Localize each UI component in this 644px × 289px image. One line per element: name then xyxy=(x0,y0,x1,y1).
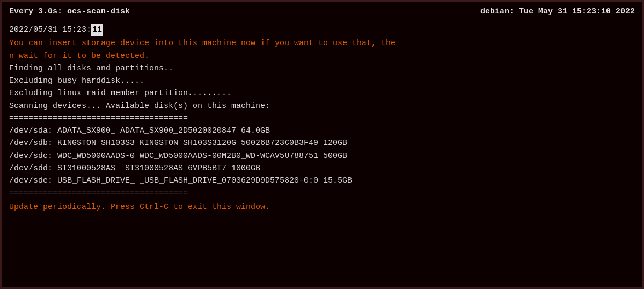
device-sdb: /dev/sdb: KINGSTON_SH103S3 KINGSTON_SH10… xyxy=(9,137,635,149)
timestamp-cursor: 11 xyxy=(91,24,103,36)
header-datetime: debian: Tue May 31 15:23:10 2022 xyxy=(480,7,635,16)
excluding-busy-line: Excluding busy harddisk..... xyxy=(9,75,635,87)
device-sdd: /dev/sdd: ST31000528AS_ ST31000528AS_6VP… xyxy=(9,162,635,175)
header-command: Every 3.0s: ocs-scan-disk xyxy=(9,7,130,16)
finding-disks-line: Finding all disks and partitions.. xyxy=(9,62,635,75)
terminal-header: Every 3.0s: ocs-scan-disk debian: Tue Ma… xyxy=(9,7,635,16)
device-sda: /dev/sda: ADATA_SX900_ ADATA_SX900_2D502… xyxy=(9,125,635,137)
device-sde: /dev/sde: USB_FLASH_DRIVE_ _USB_FLASH_DR… xyxy=(9,175,635,187)
scanning-devices-line: Scanning devices... Available disk(s) on… xyxy=(9,100,635,112)
update-message: Update periodically. Press Ctrl-C to exi… xyxy=(9,201,635,213)
excluding-raid-line: Excluding linux raid member partition...… xyxy=(9,87,635,99)
terminal-content: 2022/05/31 15:23:11 You can insert stora… xyxy=(9,24,635,213)
separator-bottom: ===================================== xyxy=(9,187,635,199)
device-sdc: /dev/sdc: WDC_WD5000AADS-0 WDC_WD5000AAD… xyxy=(9,150,635,162)
insert-message-line2: n wait for it to be detected. xyxy=(9,50,635,62)
separator-top: ===================================== xyxy=(9,112,635,125)
insert-message-line1: You can insert storage device into this … xyxy=(9,37,635,49)
terminal-window: Every 3.0s: ocs-scan-disk debian: Tue Ma… xyxy=(0,0,644,289)
timestamp-prefix: 2022/05/31 15:23: xyxy=(9,25,91,34)
timestamp-line: 2022/05/31 15:23:11 xyxy=(9,24,635,36)
